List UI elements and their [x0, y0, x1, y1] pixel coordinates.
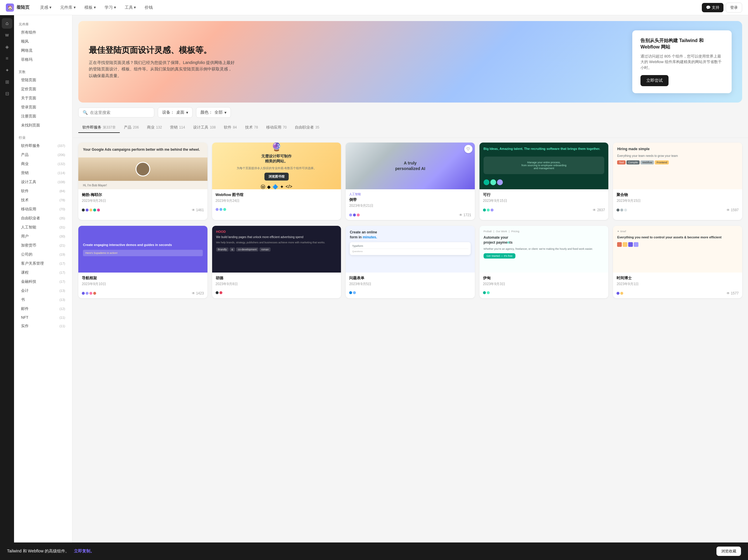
layers-icon[interactable]: ≡	[2, 53, 12, 64]
sidebar-item-mobile[interactable]: 移动应用 (70)	[16, 205, 70, 213]
hero-right-card: 告别从头开始构建 Tailwind 和 Webflow 网站 通过访问超过 80…	[632, 30, 732, 93]
nav-components[interactable]: 元件库 ▾	[57, 3, 79, 12]
sidebar-item-company[interactable]: 公司的 (19)	[16, 250, 70, 259]
card-date: 2023年9月15日	[616, 199, 739, 203]
tab-design-tools[interactable]: 设计工具 108	[189, 122, 220, 133]
card-date: 2023年9月8日	[216, 282, 338, 286]
sidebar-item-webflow[interactable]: 网络流	[16, 46, 70, 55]
sidebar-item-freelancer[interactable]: 自由职业者 (35)	[16, 214, 70, 223]
tab-freelancer[interactable]: 自由职业者 35	[291, 122, 323, 133]
card-views: 👁 1461	[192, 208, 204, 212]
tab-software[interactable]: 软件 84	[220, 122, 241, 133]
tab-tech[interactable]: 技术 78	[241, 122, 262, 133]
card-title: 问题表单	[349, 276, 471, 281]
book-icon[interactable]: ⊟	[2, 88, 12, 99]
sidebar-item-software[interactable]: 软件 (84)	[16, 187, 70, 195]
nav-learn[interactable]: 学习 ▾	[101, 3, 119, 12]
sidebar-item-nft[interactable]: NFT (11)	[16, 313, 70, 321]
sidebar-item-login[interactable]: 登录页面	[16, 103, 70, 112]
grid-icon[interactable]: ⊞	[2, 76, 12, 87]
sidebar-item-email[interactable]: 邮件 (12)	[16, 304, 70, 313]
tab-product[interactable]: 产品 206	[120, 122, 143, 133]
support-button[interactable]: 💬 支持	[702, 3, 723, 12]
sidebar-item-tech[interactable]: 技术 (78)	[16, 196, 70, 205]
search-box[interactable]: 🔍	[78, 108, 154, 117]
tab-marketing[interactable]: 营销 114	[166, 122, 189, 133]
card-title: 胡德	[216, 276, 338, 281]
sidebar-item-pricing[interactable]: 定价页面	[16, 85, 70, 93]
browse-collection-button[interactable]: 浏览收藏	[717, 546, 741, 556]
search-input[interactable]	[90, 110, 150, 115]
color-label: 颜色：	[201, 110, 213, 115]
card-polymer[interactable]: Hiring made simple Everything your team …	[613, 143, 742, 220]
sidebar-item-landing[interactable]: 登陆页面	[16, 76, 70, 85]
card-online-form[interactable]: Create an onlineform in minutes. Typefor…	[346, 226, 475, 298]
card-time-doctor[interactable]: ✦ timef Everything you need to control y…	[613, 226, 742, 298]
logo[interactable]: 🏠 着陆页	[6, 3, 29, 12]
color-value: 全部	[214, 110, 223, 115]
tab-mobile[interactable]: 移动应用 70	[262, 122, 291, 133]
login-button[interactable]: 登录	[726, 3, 742, 13]
sidebar-section-pages: 页数	[14, 68, 72, 75]
tab-saas[interactable]: 软件即服务 第337章	[78, 122, 120, 133]
hero-banner: 最佳登陆页面设计灵感、模板等。 正在寻找登陆页面灵感？我们已经为您提供了保障。L…	[78, 21, 742, 102]
device-filter[interactable]: 设备： 桌面 ▾	[158, 107, 192, 118]
card-viable[interactable]: Big Ideas, Amazing talent. The recruitin…	[480, 143, 609, 220]
card-edens[interactable]: Probali|Our Work|Pricing Automate yourpr…	[480, 226, 609, 298]
device-value: 桌面	[176, 110, 184, 115]
hero-right-title: 告别从头开始构建 Tailwind 和 Webflow 网站	[640, 38, 723, 50]
card-title: Webflow 图书馆	[216, 192, 338, 197]
card-interactive-demos[interactable]: Create engaging interactive demos and gu…	[78, 226, 207, 298]
sidebar-item-accounting[interactable]: 会计 (13)	[16, 286, 70, 295]
w-icon[interactable]: W	[2, 30, 12, 40]
card-category: 人工智能	[349, 192, 471, 196]
sidebar-item-marketing[interactable]: 营销 (114)	[16, 168, 70, 177]
sidebar-item-users[interactable]: 用户 (30)	[16, 232, 70, 241]
star-icon[interactable]: ✦	[2, 65, 12, 75]
card-views: 👁 1577	[726, 291, 739, 295]
card-date: 2023年9月26日	[82, 199, 204, 203]
tab-business[interactable]: 商业 132	[143, 122, 166, 133]
sidebar-item-book[interactable]: 书 (13)	[16, 295, 70, 304]
content-area: 最佳登陆页面设计灵感、模板等。 正在寻找登陆页面灵感？我们已经为您提供了保障。L…	[72, 15, 748, 560]
sidebar-item-product[interactable]: 产品 (206)	[16, 150, 70, 159]
heart-button[interactable]: ♡	[464, 145, 472, 153]
hero-description: 正在寻找登陆页面灵感？我们已经为您提供了保障。Landingfolio 提供网络…	[89, 59, 235, 79]
card-hood[interactable]: HOOD We build landing pages that unlock …	[212, 226, 341, 298]
sidebar-item-design-tools[interactable]: 设计工具 (108)	[16, 178, 70, 186]
sidebar-item-register[interactable]: 注册页面	[16, 112, 70, 121]
card-title: 伊甸	[483, 276, 605, 281]
color-filter[interactable]: 颜色： 全部 ▾	[196, 107, 231, 118]
nav-templates[interactable]: 模板 ▾	[81, 3, 99, 12]
sidebar-item-figma[interactable]: 菲格玛	[16, 55, 70, 64]
sidebar-item-business[interactable]: 商业 (132)	[16, 160, 70, 168]
nav-pricing[interactable]: 价钱	[141, 3, 156, 12]
sidebar-item-all[interactable]: 所有组件	[16, 28, 70, 37]
nav-inspiration[interactable]: 灵感 ▾	[37, 3, 55, 12]
card-date: 2023年9月3日	[483, 282, 605, 286]
card-title: 可行	[483, 192, 605, 197]
sidebar-item-saas[interactable]: 软件即服务 (337)	[16, 141, 70, 150]
home-icon[interactable]: ⌂	[2, 18, 12, 29]
nav-tools[interactable]: 工具 ▾	[121, 3, 140, 12]
sidebar-item-course[interactable]: 课程 (17)	[16, 268, 70, 277]
card-webflow-promo[interactable]: 🔮 无需设计即可制作精美的网站。 为每个页面提供令人惊叹的专业外观-有数百个组件…	[212, 143, 341, 220]
card-date: 2023年9月24日	[216, 199, 338, 203]
sidebar-item-fintech[interactable]: 金融科技 (17)	[16, 277, 70, 286]
filter-bar: 🔍 设备： 桌面 ▾ 颜色： 全部 ▾	[72, 107, 748, 122]
sidebar-item-crypto[interactable]: 加密货币 (21)	[16, 241, 70, 250]
sidebar-item-404[interactable]: 未找到页面	[16, 121, 70, 130]
sidebar-item-realwork[interactable]: 实作 (11)	[16, 322, 70, 330]
sidebar-item-crm[interactable]: 客户关系管理 (17)	[16, 259, 70, 268]
sidebar-item-tailwind[interactable]: 顺风	[16, 37, 70, 46]
sidebar-item-ai[interactable]: 人工智能 (31)	[16, 223, 70, 232]
try-button[interactable]: 立即尝试	[640, 75, 669, 86]
card-bob-meyer[interactable]: Your Google Ads campaigns perform better…	[78, 143, 207, 220]
sidebar-item-about[interactable]: 关于页面	[16, 94, 70, 102]
nav-actions: 💬 支持 登录	[702, 3, 742, 13]
card-rewind[interactable]: A trulypersonalized AI ♡ 人工智能 倒带 2023年9月…	[346, 143, 475, 220]
bottom-banner: Tailwind 和 Webflow 的高级组件。 立即复制。 浏览收藏	[0, 542, 748, 560]
bottom-banner-text: Tailwind 和 Webflow 的高级组件。	[7, 549, 69, 554]
figma-icon[interactable]: ◈	[2, 42, 12, 52]
bottom-banner-link[interactable]: 立即复制。	[74, 549, 94, 554]
